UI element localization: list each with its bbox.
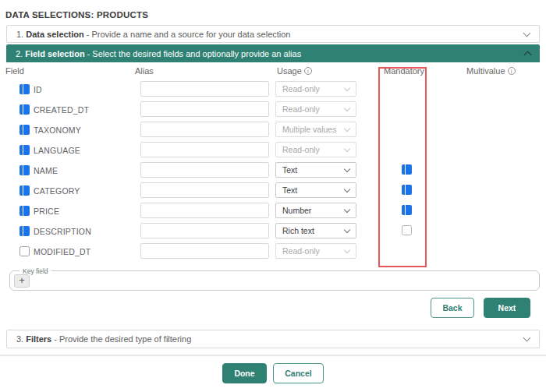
usage-value: Multiple values (282, 125, 336, 134)
section-description: - Provide a name and a source for your d… (87, 30, 291, 39)
usage-select[interactable]: Rich text (275, 223, 356, 238)
mandatory-checkbox[interactable] (402, 185, 412, 195)
usage-value: Read-only (282, 246, 320, 256)
chevron-up-icon (524, 51, 532, 59)
usage-value: Text (282, 165, 297, 175)
back-button[interactable]: Back (431, 298, 474, 318)
field-row: ID Read-only (0, 79, 546, 100)
alias-input[interactable] (140, 101, 269, 117)
info-icon[interactable]: i (508, 67, 516, 75)
field-label: NAME (34, 161, 58, 181)
field-checkbox[interactable] (20, 84, 30, 94)
usage-select[interactable]: Read-only (275, 101, 356, 117)
alias-input[interactable] (140, 162, 269, 178)
accordion-filters[interactable]: 3. Filters - Provide the desired type of… (6, 330, 540, 348)
alias-input[interactable] (140, 81, 269, 97)
field-checkbox[interactable] (20, 145, 30, 155)
section-description: - Select the desired fields and optional… (87, 49, 302, 58)
multivalue-header-label: Multivalue (466, 66, 505, 76)
field-checkbox[interactable] (20, 246, 30, 256)
usage-select[interactable]: Text (275, 162, 356, 178)
field-checkbox[interactable] (20, 125, 30, 135)
check-icon (23, 226, 23, 240)
usage-select[interactable]: Read-only (275, 243, 356, 259)
usage-value: Read-only (282, 104, 320, 114)
usage-select[interactable]: Read-only (275, 81, 356, 97)
check-icon (23, 206, 23, 220)
check-icon (23, 104, 23, 118)
chevron-down-icon (344, 146, 350, 152)
column-header-alias: Alias (135, 66, 154, 76)
usage-value: Text (282, 185, 297, 195)
alias-input[interactable] (140, 122, 269, 137)
usage-select[interactable]: Multiple values (275, 122, 356, 137)
check-icon (23, 145, 23, 159)
accordion-field-selection[interactable]: 2. Field selection - Select the desired … (6, 44, 540, 62)
usage-value: Rich text (282, 226, 314, 235)
field-row: CREATED_DT Read-only (0, 100, 546, 120)
check-icon (23, 125, 23, 139)
field-label: ID (34, 79, 42, 100)
data-selection-dialog: DATA SELECTIONS: PRODUCTS 1. Data select… (0, 0, 546, 392)
add-key-field-button[interactable]: + (14, 274, 30, 288)
field-row: LANGUAGE Read-only (0, 140, 546, 161)
usage-value: Read-only (282, 84, 320, 94)
page-title: DATA SELECTIONS: PRODUCTS (5, 10, 148, 19)
usage-select[interactable]: Text (275, 182, 356, 198)
usage-header-label: Usage (277, 66, 302, 76)
field-row: CATEGORY Text (0, 181, 546, 201)
alias-input[interactable] (140, 182, 269, 198)
usage-select[interactable]: Number (275, 203, 356, 218)
chevron-down-icon (344, 125, 350, 132)
field-label: LANGUAGE (34, 140, 80, 161)
check-icon (23, 185, 23, 200)
field-row: MODIFIED_DT Read-only (0, 242, 546, 262)
done-button[interactable]: Done (222, 363, 267, 383)
chevron-down-icon (344, 247, 350, 253)
mandatory-checkbox[interactable] (402, 164, 412, 175)
mandatory-checkbox[interactable] (402, 205, 412, 215)
check-icon (405, 164, 406, 178)
column-header-usage: Usagei (277, 66, 312, 76)
alias-input[interactable] (140, 142, 269, 157)
check-icon (23, 165, 23, 179)
field-row: DESCRIPTION Rich text (0, 221, 546, 242)
column-header-multivalue: Multivaluei (466, 66, 516, 76)
field-checkbox[interactable] (20, 185, 30, 196)
alias-input[interactable] (140, 223, 269, 238)
alias-input[interactable] (140, 203, 269, 218)
field-label: TAXONOMY (34, 120, 81, 140)
key-field-group: Key field + (9, 270, 540, 291)
next-button[interactable]: Next (484, 298, 530, 318)
field-checkbox[interactable] (20, 165, 30, 175)
usage-value: Number (282, 206, 311, 215)
chevron-down-icon (523, 29, 531, 37)
field-label: CREATED_DT (34, 100, 89, 120)
section-number: 1. (16, 30, 23, 39)
field-label: DESCRIPTION (34, 221, 91, 242)
field-checkbox[interactable] (20, 206, 30, 216)
chevron-down-icon (523, 334, 531, 342)
section-description: - Provide the desired type of filtering (54, 334, 191, 344)
chevron-down-icon (344, 85, 350, 91)
column-header-field: Field (5, 66, 24, 76)
info-icon[interactable]: i (304, 67, 312, 75)
alias-input[interactable] (140, 243, 269, 259)
column-header-mandatory: Mandatory (384, 66, 424, 76)
field-label: CATEGORY (34, 181, 80, 201)
check-icon (405, 185, 406, 199)
field-label: PRICE (34, 201, 59, 221)
mandatory-checkbox[interactable] (402, 225, 412, 235)
field-label: MODIFIED_DT (34, 242, 90, 262)
cancel-button[interactable]: Cancel (273, 363, 324, 383)
accordion-data-selection[interactable]: 1. Data selection - Provide a name and a… (6, 25, 540, 43)
check-icon (405, 205, 406, 219)
check-icon (23, 84, 23, 98)
chevron-down-icon (344, 207, 350, 213)
field-checkbox[interactable] (20, 226, 30, 236)
field-row: PRICE Number (0, 201, 546, 221)
usage-select[interactable]: Read-only (275, 142, 356, 157)
section-title: Data selection (26, 30, 84, 39)
section-number: 2. (16, 49, 23, 58)
field-checkbox[interactable] (20, 104, 30, 115)
